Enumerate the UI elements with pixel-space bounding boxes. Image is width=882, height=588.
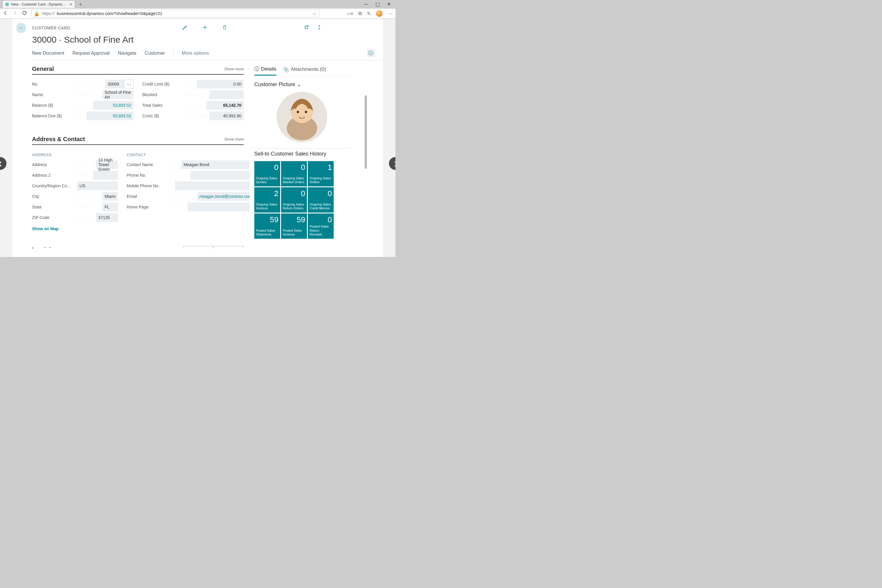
show-on-map-link[interactable]: Show on Map [32, 226, 58, 231]
favorites-icon[interactable]: ☆≡ [346, 11, 353, 16]
refresh-icon[interactable] [22, 10, 27, 17]
no-lookup-button[interactable]: ⋯ [124, 80, 134, 88]
input-city[interactable]: Miami [102, 192, 118, 201]
tab-bar: View - Customer Card - Dynamic… ✕ ＋ ― ▢ … [0, 0, 395, 8]
customer-picture-head[interactable]: Customer Picture⌄ [254, 81, 350, 88]
next-record-button[interactable]: ❯ [389, 157, 395, 170]
field-contact-name: Contact Name· · · ·Meagan Bond [127, 159, 250, 170]
tile-posted-invoices[interactable]: 59Posted Sales Invoices [281, 213, 307, 239]
contact-subhead: CONTACT [127, 153, 250, 157]
popout-icon[interactable] [304, 25, 309, 31]
svg-point-5 [305, 111, 307, 113]
tile-ongoing-invoices[interactable]: 2Ongoing Sales Invoices [254, 187, 280, 213]
maximize-icon[interactable]: ▢ [375, 2, 380, 7]
delete-icon[interactable] [222, 24, 227, 32]
input-name[interactable]: School of Fine Art [102, 90, 134, 99]
input-no[interactable]: 30000 [105, 80, 124, 88]
url-scheme: https:// [42, 11, 54, 16]
favicon-icon [5, 2, 9, 6]
star-icon[interactable]: ☆ [312, 11, 316, 16]
notes-icon[interactable]: ✎ [367, 11, 371, 16]
page-label: CUSTOMER CARD [32, 26, 70, 30]
new-tab-button[interactable]: ＋ [78, 1, 83, 8]
head-actions [182, 24, 227, 32]
tab-details[interactable]: ⓘDetails [254, 66, 276, 75]
menu-bar: New Document Request Approval Navigate C… [32, 50, 383, 60]
section-general-title: General [32, 66, 54, 72]
menu-request-approval[interactable]: Request Approval [72, 51, 110, 56]
general-show-more[interactable]: Show more [224, 67, 244, 71]
address-bar: 🔒 https://businesscentral.dynamics.com/?… [0, 8, 395, 19]
main-column: General Show more No.· · · · · · · · · ·… [32, 60, 250, 248]
input-homepage[interactable] [188, 202, 250, 212]
collections-icon[interactable]: ⧉ [358, 11, 362, 16]
address-grid: ADDRESS Address· · · · · · ·10 High Towe… [32, 149, 244, 231]
chip-domestic-2[interactable]: DOMESTIC [213, 246, 244, 248]
input-address[interactable]: 10 High Tower Green [96, 160, 118, 169]
input-phone[interactable] [190, 171, 250, 180]
input-country[interactable]: US [77, 182, 118, 190]
more-icon[interactable]: ⋯ [388, 11, 393, 16]
browser-chrome: View - Customer Card - Dynamic… ✕ ＋ ― ▢ … [0, 0, 395, 19]
tile-ongoing-quotes[interactable]: 0Ongoing Sales Quotes [254, 161, 280, 186]
info-icon[interactable]: ⓘ [367, 50, 375, 57]
nav-back-icon[interactable] [3, 10, 8, 17]
menu-new-document[interactable]: New Document [32, 51, 64, 56]
scrollbar[interactable] [364, 95, 367, 169]
value-balance-due[interactable]: 53,833.52 [86, 111, 134, 120]
invoicing-toggle[interactable]: Invoicing› [32, 246, 61, 248]
chip-domestic-1[interactable]: DOMESTIC [183, 246, 214, 248]
edit-icon[interactable] [182, 24, 188, 32]
customer-picture[interactable] [277, 92, 327, 142]
field-mobile: Mobile Phone No.· · [127, 180, 250, 191]
chevron-right-icon: › [59, 246, 61, 248]
input-mobile[interactable] [175, 182, 250, 190]
field-state: State· · · · · · · · ·FL [32, 202, 118, 212]
close-tab-icon[interactable]: ✕ [69, 2, 72, 6]
input-contact-name[interactable]: Meagan Bond [181, 160, 250, 169]
input-state[interactable]: FL [102, 202, 118, 212]
value-balance[interactable]: 53,833.52 [93, 101, 134, 110]
nav-forward-icon[interactable] [12, 10, 18, 17]
section-address-title: Address & Contact [32, 136, 85, 142]
value-total-sales: 65,142.70 [206, 101, 244, 110]
menu-navigate[interactable]: Navigate [118, 51, 136, 56]
field-name: Name· · · · · · · · ·School of Fine Art [32, 89, 134, 100]
field-balance-due: Balance Due ($)· · · ·53,833.52 [32, 111, 134, 121]
tile-ongoing-orders[interactable]: 1Ongoing Sales Orders [308, 161, 334, 186]
url-input[interactable]: 🔒 https://businesscentral.dynamics.com/?… [31, 10, 319, 17]
tile-ongoing-credit-memos[interactable]: 0Ongoing Sales Credit Memos [308, 187, 334, 213]
field-blocked: Blocked· · · · · · · · [142, 89, 244, 100]
field-credit: Credit Limit ($)· · · ·0.00 [142, 79, 244, 89]
field-address: Address· · · · · · ·10 High Tower Green [32, 159, 118, 170]
back-button[interactable]: ← [16, 23, 26, 33]
menu-more-options[interactable]: More options [182, 51, 209, 56]
tab-attachments[interactable]: 📎Attachments (0) [283, 66, 326, 75]
browser-tab[interactable]: View - Customer Card - Dynamic… ✕ [2, 0, 75, 8]
profile-avatar-icon[interactable] [376, 10, 382, 17]
customer-title: 30000 · School of Fine Art [32, 35, 383, 45]
input-blocked[interactable] [209, 90, 244, 99]
input-email[interactable]: meagan.bond@contoso.com [197, 192, 250, 201]
menu-customer[interactable]: Customer [145, 51, 165, 56]
new-icon[interactable] [202, 24, 208, 32]
input-zip[interactable]: 37125 [96, 213, 118, 222]
tile-ongoing-blanket-orders[interactable]: 0Ongoing Sales Blanket Orders [281, 161, 307, 186]
menu-divider [173, 50, 174, 57]
svg-point-4 [297, 111, 299, 113]
minimize-icon[interactable]: ― [364, 2, 368, 7]
close-window-icon[interactable]: ✕ [387, 2, 391, 7]
input-credit[interactable]: 0.00 [196, 80, 244, 88]
invoicing-chips: DOMESTIC DOMESTIC [183, 246, 244, 248]
input-address2[interactable] [93, 171, 118, 180]
tile-posted-return-receipts[interactable]: 0Posted Sales Return Receipts [308, 213, 334, 239]
prev-record-button[interactable]: ❮ [0, 157, 6, 170]
field-costs: Costs ($)· · · · · · · ·40,992.80 [142, 111, 244, 121]
section-general-head: General Show more [32, 66, 244, 75]
address-show-more[interactable]: Show more [224, 137, 244, 141]
collapse-icon[interactable] [316, 25, 322, 31]
app-root: ❮ ❯ ← CUSTOMER CARD 30000 · School of Fi… [0, 19, 395, 257]
tile-ongoing-return-orders[interactable]: 0Ongoing Sales Return Orders [281, 187, 307, 213]
tile-posted-shipments[interactable]: 59Posted Sales Shipments [254, 213, 280, 239]
side-tabs: ⓘDetails 📎Attachments (0) [254, 66, 350, 76]
